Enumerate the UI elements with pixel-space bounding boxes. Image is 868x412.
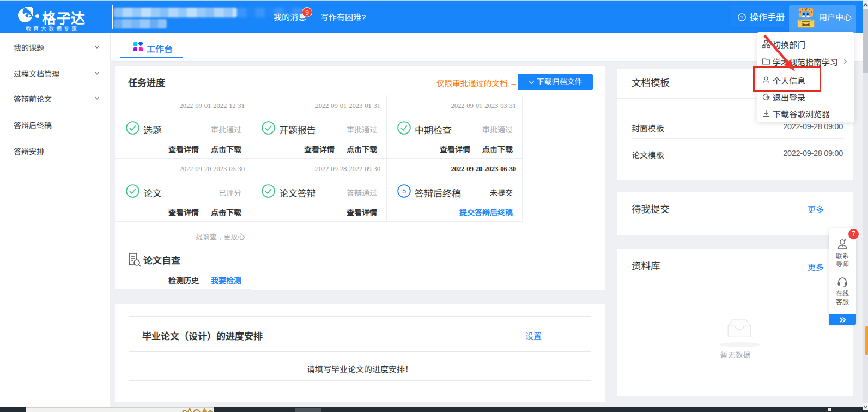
svg-text:5: 5	[402, 187, 406, 195]
svg-text:?: ?	[740, 14, 743, 20]
